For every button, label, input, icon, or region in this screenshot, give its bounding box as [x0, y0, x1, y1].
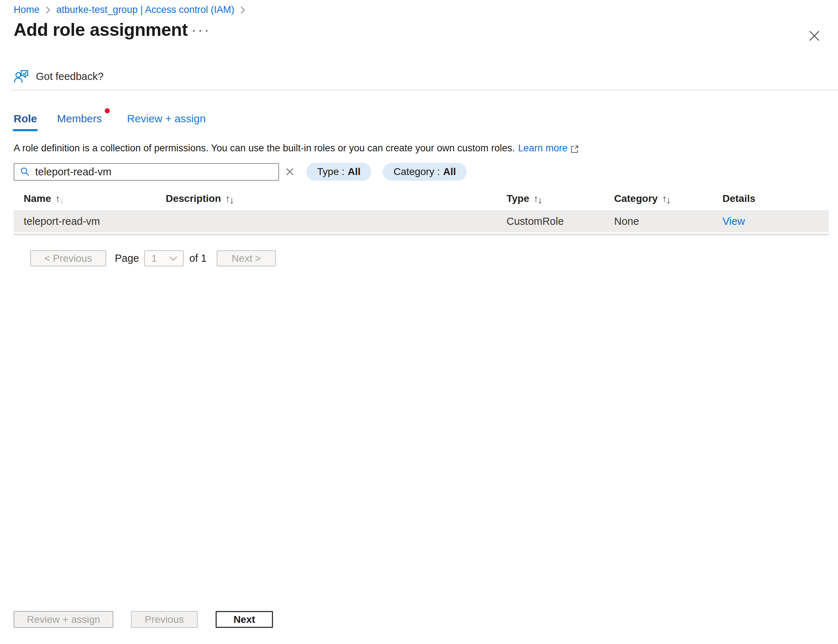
- tab-members[interactable]: Members: [57, 113, 102, 125]
- next-step-button[interactable]: Next: [216, 611, 273, 628]
- previous-page-button[interactable]: < Previous: [30, 250, 106, 266]
- column-header-name[interactable]: Name↑↓: [14, 193, 166, 204]
- page-total-label: of 1: [189, 253, 207, 264]
- tab-role[interactable]: Role: [14, 113, 37, 125]
- review-assign-button[interactable]: Review + assign: [14, 611, 114, 628]
- roles-table-header: Name↑↓ Description↑↓ Type↑↓ Category↑↓ D…: [14, 191, 829, 207]
- page-number-value: 1: [151, 253, 157, 264]
- breadcrumb-home-link[interactable]: Home: [14, 4, 40, 15]
- got-feedback-button[interactable]: Got feedback?: [14, 69, 104, 84]
- feedback-icon: [14, 69, 29, 84]
- cell-name: teleport-read-vm: [14, 215, 166, 227]
- pagination: < Previous Page 1 of 1 Next >: [30, 250, 276, 266]
- search-filter-row: Type : All Category : All: [14, 163, 467, 181]
- cell-type: CustomRole: [507, 215, 614, 227]
- learn-more-link[interactable]: Learn more: [518, 143, 568, 154]
- active-tab-indicator: [13, 129, 38, 131]
- filter-pill-category[interactable]: Category : All: [383, 163, 467, 181]
- sort-icon: ↑↓: [533, 193, 542, 204]
- sort-icon: ↑↓: [225, 193, 234, 204]
- chevron-down-icon: [169, 255, 178, 262]
- breadcrumb: Home atburke-test_group | Access control…: [14, 4, 251, 15]
- wizard-tabs: Role Members Review + assign: [14, 113, 206, 125]
- column-header-description[interactable]: Description↑↓: [166, 193, 507, 204]
- role-description-text: A role definition is a collection of per…: [14, 143, 579, 154]
- members-alert-dot: [105, 108, 110, 113]
- table-row-teleport-read-vm[interactable]: teleport-read-vm CustomRole None View: [14, 210, 829, 232]
- clear-search-icon[interactable]: [285, 167, 295, 177]
- breadcrumb-chevron-icon: [45, 5, 51, 15]
- tab-review-assign[interactable]: Review + assign: [127, 113, 206, 125]
- feedback-label: Got feedback?: [36, 71, 104, 82]
- role-search-box[interactable]: [14, 163, 279, 181]
- next-page-button[interactable]: Next >: [217, 250, 276, 266]
- sort-icon: ↑↓: [662, 193, 670, 204]
- breadcrumb-resource-link[interactable]: atburke-test_group | Access control (IAM…: [56, 4, 234, 15]
- search-icon: [20, 166, 30, 177]
- breadcrumb-chevron-icon: [240, 5, 245, 15]
- page-label: Page: [115, 253, 139, 264]
- page-title: Add role assignment: [14, 20, 188, 40]
- column-header-details: Details: [723, 193, 829, 204]
- column-header-category[interactable]: Category↑↓: [614, 193, 723, 204]
- filter-pill-type[interactable]: Type : All: [306, 163, 371, 181]
- view-details-link[interactable]: View: [723, 215, 745, 227]
- close-icon[interactable]: [807, 28, 822, 44]
- external-link-icon: [570, 145, 579, 153]
- table-bottom-separator: [14, 234, 829, 235]
- toolbar-divider: [11, 90, 838, 90]
- wizard-footer: Review + assign Previous Next: [14, 611, 273, 628]
- more-menu-icon[interactable]: ···: [191, 24, 211, 36]
- column-header-type[interactable]: Type↑↓: [507, 193, 614, 204]
- previous-step-button[interactable]: Previous: [131, 611, 198, 628]
- page-number-dropdown[interactable]: 1: [144, 250, 184, 266]
- search-input[interactable]: [35, 166, 273, 178]
- sort-icon: ↑↓: [55, 193, 64, 204]
- cell-category: None: [614, 215, 723, 227]
